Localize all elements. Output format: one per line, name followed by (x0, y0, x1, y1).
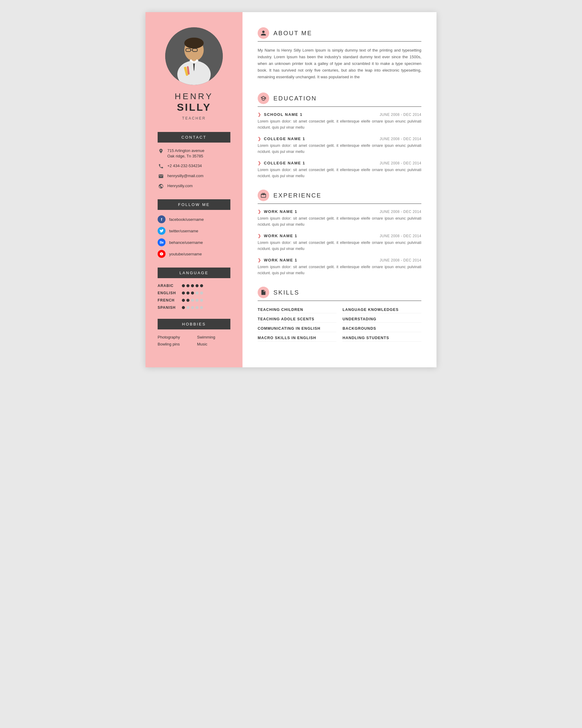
twitter-icon (158, 227, 166, 235)
skill-1: TEACHING CHILDREN (258, 306, 336, 313)
experience-title: EXPERIENCE (273, 192, 322, 199)
job-title: TEACHER (182, 116, 206, 121)
hobby-swimming: Swimming (197, 335, 230, 339)
edu-name-3: ❯ COLLEGE NAME 1 (258, 161, 305, 165)
exp-desc-1: Lorem ipsum dolor: sit amet consectet ge… (258, 215, 421, 228)
lang-english-label: ENGLISH (158, 291, 182, 295)
skill-7: MACRO SKILLS IN ENGLISH (258, 335, 336, 342)
edu-item-1: ❯ SCHOOL NAME 1 JUNE 2008 - DEC 2014 Lor… (258, 112, 421, 130)
email-text: henrysilly@mail.com (167, 173, 203, 179)
education-section: EDUCATION ❯ SCHOOL NAME 1 JUNE 2008 - DE… (258, 93, 421, 179)
dot (182, 306, 185, 309)
about-title-row: ABOUT ME (258, 27, 421, 42)
lang-spanish: SPANISH (158, 306, 230, 310)
dot (191, 291, 194, 294)
exp-chevron-2: ❯ (258, 234, 261, 238)
hobbies-header: HOBBIES (158, 319, 230, 330)
hobby-music: Music (197, 342, 230, 346)
lang-french: FRENCH (158, 298, 230, 303)
hobby-bowling: Bowling pins (158, 342, 191, 346)
dot (195, 284, 198, 287)
left-column: HENRY SILLY TEACHER CONTACT 715 Arlingto… (145, 12, 243, 367)
language-header: LANGUAGE (158, 267, 230, 278)
skill-2: LANGUAGE KNOWLEDGES (342, 306, 421, 313)
experience-section: EXPERIENCE ❯ WORK NAME 1 JUNE 2008 - DEC… (258, 189, 421, 276)
hobbies-grid: Photography Swimming Bowling pins Music (158, 335, 230, 346)
edu-desc-3: Lorem ipsum dolor: sit amet consectet ge… (258, 167, 421, 179)
edu-desc-1: Lorem ipsum dolor: sit amet consectet ge… (258, 118, 421, 130)
exp-date-3: JUNE 2008 - DEC 2014 (380, 258, 421, 262)
behance-icon: Be (158, 238, 166, 246)
about-icon (258, 27, 269, 39)
exp-title-row-2: ❯ WORK NAME 1 JUNE 2008 - DEC 2014 (258, 234, 421, 238)
dot (195, 306, 198, 309)
dot (182, 299, 185, 302)
language-items: ARABIC ENGLISH (158, 284, 230, 313)
last-name: SILLY (175, 101, 213, 113)
facebook-icon: f (158, 215, 166, 223)
lang-spanish-label: SPANISH (158, 306, 182, 310)
skills-grid: TEACHING CHILDREN LANGUAGE KNOWLEDGES TE… (258, 306, 421, 342)
education-icon (258, 93, 269, 104)
lang-french-dots (182, 299, 203, 302)
avatar (165, 27, 223, 85)
dot (182, 291, 185, 294)
dot (191, 284, 194, 287)
exp-title-row-1: ❯ WORK NAME 1 JUNE 2008 - DEC 2014 (258, 209, 421, 214)
contact-website: Henrysilly.com (158, 183, 230, 189)
education-title-row: EDUCATION (258, 93, 421, 107)
edu-date-1: JUNE 2008 - DEC 2014 (380, 112, 421, 117)
chevron-icon-1: ❯ (258, 112, 261, 117)
dot (200, 299, 203, 302)
chevron-icon-3: ❯ (258, 161, 261, 165)
chevron-icon-2: ❯ (258, 136, 261, 141)
right-column: ABOUT ME My Name Is Henry Silly Lorem Ip… (243, 12, 437, 367)
exp-item-2: ❯ WORK NAME 1 JUNE 2008 - DEC 2014 Lorem… (258, 234, 421, 252)
exp-title-row-3: ❯ WORK NAME 1 JUNE 2008 - DEC 2014 (258, 258, 421, 262)
dot (187, 299, 190, 302)
globe-icon (158, 183, 164, 189)
social-items: f facebook/username twitter/username Be … (158, 215, 230, 261)
skills-section: SKILLS TEACHING CHILDREN LANGUAGE KNOWLE… (258, 287, 421, 342)
about-title: ABOUT ME (273, 30, 312, 37)
facebook-handle: facebook/username (169, 217, 204, 222)
dot (187, 284, 190, 287)
lang-english: ENGLISH (158, 291, 230, 295)
youtube-handle: youtube/username (169, 252, 202, 256)
exp-chevron-1: ❯ (258, 209, 261, 214)
dot (200, 284, 203, 287)
exp-name-1: ❯ WORK NAME 1 (258, 209, 297, 214)
resume-container: HENRY SILLY TEACHER CONTACT 715 Arlingto… (145, 12, 437, 367)
edu-title-row-3: ❯ COLLEGE NAME 1 JUNE 2008 - DEC 2014 (258, 161, 421, 165)
exp-date-1: JUNE 2008 - DEC 2014 (380, 210, 421, 214)
dot (187, 291, 190, 294)
contact-phone: +2 434-232-534234 (158, 163, 230, 169)
edu-item-3: ❯ COLLEGE NAME 1 JUNE 2008 - DEC 2014 Lo… (258, 161, 421, 179)
lang-arabic: ARABIC (158, 284, 230, 288)
about-text: My Name Is Henry Silly Lorem Ipsum is si… (258, 47, 421, 80)
exp-desc-3: Lorem ipsum dolor: sit amet consectet ge… (258, 264, 421, 276)
hobby-photography: Photography (158, 335, 191, 339)
exp-item-3: ❯ WORK NAME 1 JUNE 2008 - DEC 2014 Lorem… (258, 258, 421, 276)
dot (195, 291, 198, 294)
lang-arabic-dots (182, 284, 203, 287)
email-icon (158, 174, 164, 179)
contact-header: CONTACT (158, 132, 230, 142)
lang-arabic-label: ARABIC (158, 284, 182, 288)
skill-8: HANDLING STUDENTS (342, 335, 421, 342)
social-twitter: twitter/username (158, 227, 230, 235)
edu-date-3: JUNE 2008 - DEC 2014 (380, 161, 421, 165)
website-text: Henrysilly.com (167, 183, 193, 189)
edu-name-1: ❯ SCHOOL NAME 1 (258, 112, 303, 117)
skills-icon (258, 287, 269, 298)
contact-email: henrysilly@mail.com (158, 173, 230, 179)
edu-title-row-1: ❯ SCHOOL NAME 1 JUNE 2008 - DEC 2014 (258, 112, 421, 117)
exp-item-1: ❯ WORK NAME 1 JUNE 2008 - DEC 2014 Lorem… (258, 209, 421, 228)
lang-spanish-dots (182, 306, 203, 309)
lang-english-dots (182, 291, 203, 294)
education-title: EDUCATION (273, 95, 317, 102)
phone-icon (158, 163, 164, 169)
skills-title-row: SKILLS (258, 287, 421, 301)
exp-desc-2: Lorem ipsum dolor: sit amet consectet ge… (258, 240, 421, 252)
exp-name-2: ❯ WORK NAME 1 (258, 234, 297, 238)
